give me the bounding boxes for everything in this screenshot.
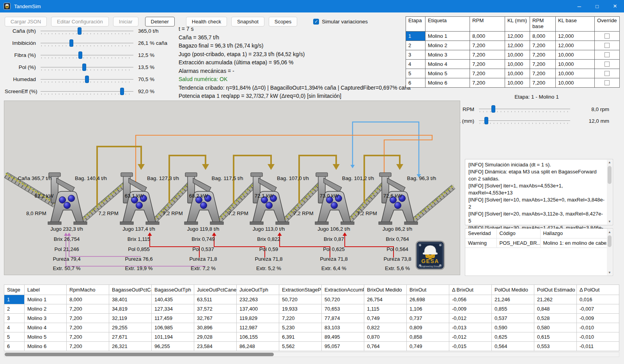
mill-2-bag-label: Bag. 127,3 t/h xyxy=(147,175,179,181)
results-header[interactable]: BrixOut Medido xyxy=(364,285,407,295)
findings-table: SeveridadCódigoHallazgoWarningPOS_HEAD_B… xyxy=(465,229,608,248)
stage-cell-rpm_base: 7,200 xyxy=(530,78,556,88)
results-header[interactable]: BagasseOutPctCa xyxy=(109,285,152,295)
results-header[interactable]: BrixOut xyxy=(407,285,449,295)
findings-header[interactable]: Severidad xyxy=(465,229,496,238)
results-header[interactable]: PolOut Medido xyxy=(492,285,534,295)
scopes-button[interactable]: Scopes xyxy=(269,17,297,27)
results-header[interactable]: JuiceOutPctCane xyxy=(194,285,237,295)
stage-table-header[interactable]: Etiqueta xyxy=(425,17,470,32)
mill-5-rpm-label: 7,2 RPM xyxy=(293,210,313,216)
override-checkbox[interactable] xyxy=(604,34,610,39)
input-slider-0-slider[interactable] xyxy=(41,27,133,35)
results-header[interactable]: Label xyxy=(25,285,67,295)
override-checkbox[interactable] xyxy=(604,80,610,85)
override-checkbox[interactable] xyxy=(604,43,610,48)
sim-variations-checkbox[interactable]: ✓ xyxy=(313,19,319,25)
results-header[interactable]: ExtractionStagePe xyxy=(279,285,322,295)
stage-table-row[interactable]: 3Molino 37,20010,0007,20010,000 xyxy=(406,50,620,60)
slider-handle[interactable] xyxy=(484,117,488,124)
results-row[interactable]: 6Molino 67,20026,32196,25523,58486,2485,… xyxy=(4,342,619,351)
findings-header[interactable]: Código xyxy=(496,229,540,238)
mill-5-bag-label: Bag. 101,2 t/h xyxy=(342,175,374,181)
input-slider-4-slider[interactable] xyxy=(41,75,133,84)
slider-handle[interactable] xyxy=(78,51,82,59)
findings-scrollbar-thumb[interactable] xyxy=(608,235,612,247)
health-check-button[interactable]: Health check xyxy=(186,17,227,27)
log-scrollbar[interactable]: ▲ ▼ xyxy=(607,160,612,224)
input-slider-2-slider[interactable] xyxy=(41,51,133,60)
bagasse-forward-arrow xyxy=(268,164,275,170)
bagasse-forward-arrow xyxy=(138,164,145,170)
slider-handle[interactable] xyxy=(491,105,495,113)
results-header[interactable]: JuiceOutTph xyxy=(237,285,279,295)
log-scrollbar-thumb[interactable] xyxy=(608,166,612,184)
slider-handle[interactable] xyxy=(82,64,86,71)
input-slider-3-slider[interactable] xyxy=(41,63,133,72)
stage-cell-etiqueta: Molino 3 xyxy=(425,50,470,60)
maximize-icon[interactable]: □ xyxy=(588,0,606,12)
scroll-up-icon[interactable]: ▲ xyxy=(607,160,612,165)
results-cell: 77,874 xyxy=(322,314,364,323)
results-header[interactable]: Stage xyxy=(4,285,25,295)
findings-row[interactable]: WarningPOS_HEAD_BR...Molino 1: en molino… xyxy=(465,238,607,247)
results-row[interactable]: 3Molino 37,20032,119117,45932,767119,829… xyxy=(4,314,619,323)
scroll-up-icon[interactable]: ▲ xyxy=(607,229,612,235)
slider-handle[interactable] xyxy=(120,88,124,95)
stage-table-row[interactable]: 2Molino 27,20012,0007,20012,000 xyxy=(406,41,620,50)
override-checkbox[interactable] xyxy=(604,52,610,57)
slider-handle[interactable] xyxy=(78,27,82,35)
stage-slider-1-slider[interactable] xyxy=(479,117,570,125)
snapshot-button[interactable]: Snapshot xyxy=(231,17,264,27)
stage-table-row[interactable]: 5Molino 57,20010,0007,20010,000 xyxy=(406,69,620,78)
results-header[interactable]: RpmMacho xyxy=(67,285,109,295)
stage-table-header[interactable]: Etapa xyxy=(406,17,425,32)
slider-handle[interactable] xyxy=(69,39,73,47)
stage-detail-sliders: RPM8,0 rpmKL (mm)12,0 mm xyxy=(451,103,609,127)
results-row[interactable]: 4Molino 47,20029,255106,98530,896112,987… xyxy=(4,323,619,332)
scroll-down-icon[interactable]: ▼ xyxy=(607,270,612,275)
stage-table-header[interactable]: RPM xyxy=(470,17,505,32)
results-header[interactable]: Δ PolOut xyxy=(577,285,619,295)
results-header[interactable]: ExtractionAccumP xyxy=(322,285,364,295)
stage-table-header[interactable]: KL (mm) xyxy=(505,17,530,32)
input-slider-1-slider[interactable] xyxy=(41,39,133,48)
log-box[interactable]: [INFO] Simulación iniciada (dt = 1 s).[I… xyxy=(465,159,613,225)
stage-table-header[interactable]: RPM base xyxy=(530,17,556,32)
results-cell: 29,255 xyxy=(109,323,152,332)
results-cell: 1,106 xyxy=(407,304,449,314)
results-row[interactable]: 5Molino 57,20027,671101,19429,028106,155… xyxy=(4,332,619,342)
stage-table-row[interactable]: 6Molino 67,20010,0007,20010,000 xyxy=(406,78,620,88)
stage-table-row[interactable]: 4Molino 47,20010,0007,20010,000 xyxy=(406,60,620,69)
cane-input-label: Caña 365,7 t/h xyxy=(18,175,52,181)
mill-1-juice-label: Jugo 232,3 t/h xyxy=(50,226,83,232)
stage-cell-kl: 10,000 xyxy=(505,50,530,60)
stage-table-header[interactable]: Override xyxy=(595,17,620,32)
results-header[interactable]: Δ BrixOut xyxy=(449,285,492,295)
minimize-icon[interactable]: ─ xyxy=(570,0,588,12)
stage-slider-0-slider[interactable] xyxy=(479,105,570,113)
findings-scrollbar[interactable]: ▲ ▼ xyxy=(607,229,612,275)
stage-table-header[interactable]: KL base xyxy=(556,17,595,32)
results-row[interactable]: 2Molino 27,20034,819127,33437,572137,400… xyxy=(4,304,619,314)
stage-cell-kl: 10,000 xyxy=(505,69,530,78)
results-hscrollbar[interactable] xyxy=(4,352,619,357)
close-icon[interactable]: × xyxy=(606,0,624,12)
results-row[interactable]: 1Molino 18,00038,401140,43563,511232,263… xyxy=(4,295,619,304)
stage-cell-rpm: 7,200 xyxy=(470,78,505,88)
scroll-down-icon[interactable]: ▼ xyxy=(607,219,612,224)
results-header[interactable]: PolOut Estimado xyxy=(534,285,577,295)
results-cell: 7,200 xyxy=(67,323,109,332)
input-sliders-panel: Caña (t/h)365,0 t/hImbibición26,1 % caña… xyxy=(5,25,174,97)
input-slider-5-slider[interactable] xyxy=(41,87,133,96)
mill-3-pol-label: Pol 0,537 xyxy=(192,246,214,252)
input-slider-5-row: ScreenEff (%)92,0 % xyxy=(5,85,174,97)
slider-handle[interactable] xyxy=(85,76,89,83)
findings-header[interactable]: Hallazgo xyxy=(540,229,607,238)
stage-table-row[interactable]: 1Molino 18,00012,0008,00012,000 xyxy=(406,32,620,41)
override-checkbox[interactable] xyxy=(604,62,610,67)
results-cell: 0,537 xyxy=(492,314,534,323)
override-checkbox[interactable] xyxy=(604,71,610,76)
results-hscrollbar-thumb[interactable] xyxy=(5,353,274,356)
results-header[interactable]: BagasseOutTph xyxy=(152,285,194,295)
